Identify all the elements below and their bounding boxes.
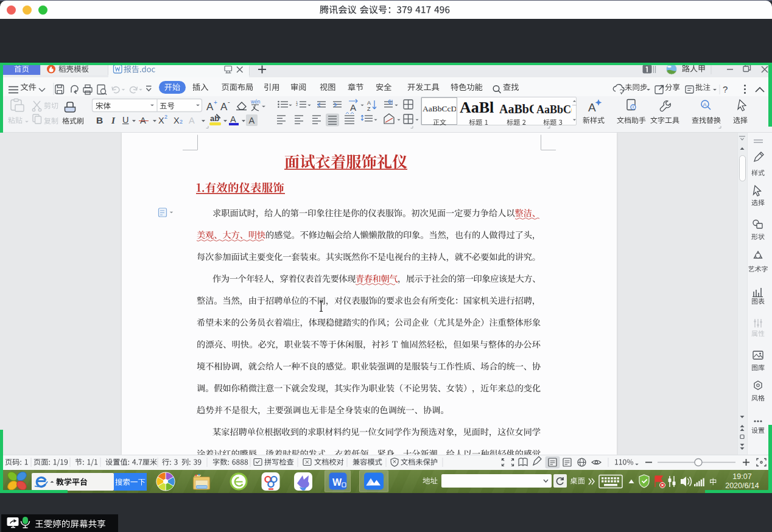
svg-text:A: A (367, 100, 371, 106)
svg-text:A: A (588, 101, 596, 114)
svg-text:W: W (332, 477, 342, 488)
svg-text:A: A (206, 101, 214, 113)
svg-text:Z: Z (367, 106, 371, 112)
svg-text:A: A (350, 102, 356, 113)
svg-text:2: 2 (296, 103, 298, 107)
svg-text:-: - (228, 98, 230, 105)
svg-text:+: + (214, 99, 217, 106)
svg-text:A: A (703, 102, 707, 108)
svg-text:A: A (220, 101, 228, 113)
svg-text:wén: wén (250, 99, 261, 105)
